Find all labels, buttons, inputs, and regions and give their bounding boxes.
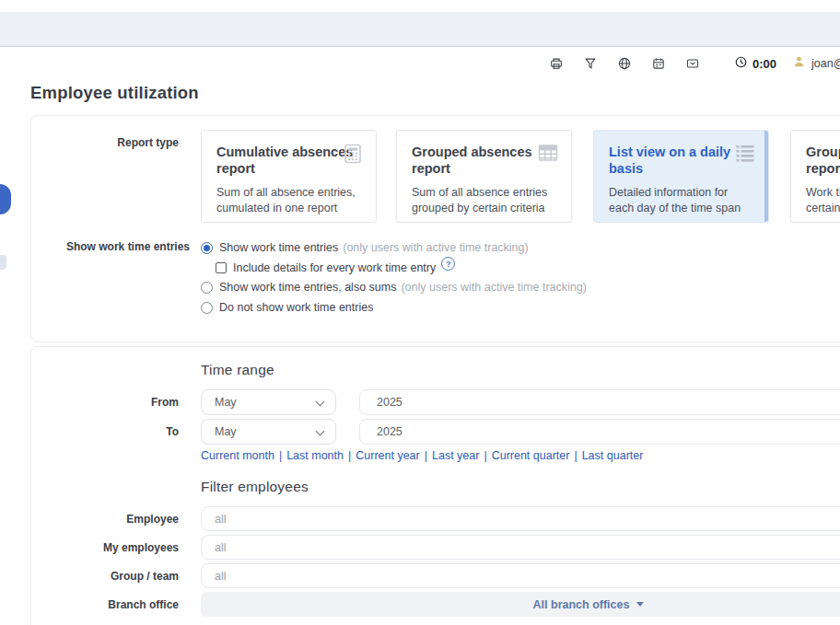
list-icon [733,143,757,167]
caret-down-icon [636,602,644,607]
browser-top-strip [0,0,840,12]
report-type-label: Report type [31,136,179,149]
chevron-down-icon [316,427,325,436]
from-year-input[interactable] [359,389,840,415]
employee-label: Employee [31,513,179,526]
card-title: Cumulative absences report [216,144,361,177]
page-title: Employee utilization [30,83,199,103]
link-last-quarter[interactable]: Last quarter [582,449,644,462]
clock-icon [734,55,748,73]
to-label: To [31,425,179,438]
toolbar: 0:00 joan@ [549,55,840,72]
user-menu[interactable]: joan@ [792,54,840,73]
radio-note: (only users with active time tracking) [401,281,586,294]
radio-show-work-time-entries[interactable]: Show work time entries (only users with … [201,241,529,254]
card-description: Sum of all absence entries, cumulated in… [216,185,361,216]
group-team-label: Group / team [31,570,179,583]
checkbox-include-details[interactable]: Include details for every work time entr… [216,260,455,274]
radio-icon [201,282,213,294]
link-separator: | [425,449,427,462]
report-card-cumulative-absences[interactable]: Cumulative absences report Sum of all ab… [201,130,377,223]
chevron-down-icon [316,398,325,407]
time-tracker-button[interactable]: 0:00 [734,55,776,73]
card-title: Grouped absences report [412,144,556,177]
calculator-icon [341,143,365,168]
top-band [0,12,840,47]
time-range-filter-panel: Time range From May To May Current month… [30,346,840,625]
radio-label: Do not show work time entries [219,301,373,314]
my-employees-label: My employees [31,541,179,554]
person-icon [792,54,806,73]
card-title: List view on a daily basis [609,144,753,177]
side-tab-button-secondary[interactable] [0,255,6,270]
report-card-grouped-work-time[interactable]: Grouped work time report Work time sums … [790,130,840,223]
checkbox-label: Include details for every work time entr… [233,261,436,274]
radio-label: Show work time entries, also sums [219,281,396,294]
to-month-select[interactable]: May [201,419,336,445]
link-last-month[interactable]: Last month [286,449,344,462]
radio-icon [201,242,213,254]
branch-office-dropdown[interactable]: All branch offices [201,592,840,617]
radio-do-not-show-work-time-entries[interactable]: Do not show work time entries [201,301,373,314]
filter-employees-heading: Filter employees [201,479,309,495]
from-month-value: May [215,396,237,409]
link-current-year[interactable]: Current year [356,449,419,462]
time-range-heading: Time range [201,362,274,378]
quick-range-links: Current month|Last month|Current year|La… [201,449,643,462]
from-label: From [31,396,179,409]
my-employees-input[interactable] [201,535,840,560]
timer-value: 0:00 [752,57,776,71]
employee-input[interactable] [201,506,840,531]
card-description: Work time sums grouped by certain criter… [806,185,840,216]
filter-icon[interactable] [583,56,598,71]
report-card-grouped-absences[interactable]: Grouped absences report Sum of all absen… [396,130,572,223]
radio-label: Show work time entries [219,241,338,254]
branch-office-label: Branch office [31,598,179,611]
link-last-year[interactable]: Last year [432,449,479,462]
side-tab-button[interactable] [0,184,11,214]
selected-card-stripe [764,131,768,222]
calendar-icon[interactable] [651,56,666,71]
show-work-time-entries-label: Show work time entries [31,240,190,253]
report-settings-panel: Report type Cumulative absences report S… [30,115,840,342]
radio-icon [201,302,213,314]
radio-note: (only users with active time tracking) [343,241,528,254]
question-mark-icon[interactable]: ? [441,257,455,271]
radio-show-work-time-entries-also-sums[interactable]: Show work time entries, also sums (only … [201,281,587,294]
group-team-input[interactable] [201,563,840,588]
from-month-select[interactable]: May [201,389,336,415]
link-separator: | [279,449,282,462]
user-email: joan@ [811,57,840,70]
report-card-list-view-daily[interactable]: List view on a daily basis Detailed info… [593,130,769,223]
to-month-value: May [215,425,237,438]
globe-icon[interactable] [617,56,632,71]
card-title: Grouped work time report [806,144,840,177]
link-current-month[interactable]: Current month [201,449,274,462]
table-icon [536,143,560,167]
link-current-quarter[interactable]: Current quarter [492,449,570,462]
checkbox-icon [216,262,227,273]
card-description: Sum of all absence entries grouped by ce… [412,185,556,216]
mail-icon[interactable] [685,56,700,71]
branch-office-value: All branch offices [533,598,630,611]
link-separator: | [348,449,351,462]
link-separator: | [484,449,486,462]
printer-icon[interactable] [549,56,564,71]
to-year-input[interactable] [359,419,840,445]
card-description: Detailed information for each day of the… [609,185,753,216]
link-separator: | [574,449,577,462]
